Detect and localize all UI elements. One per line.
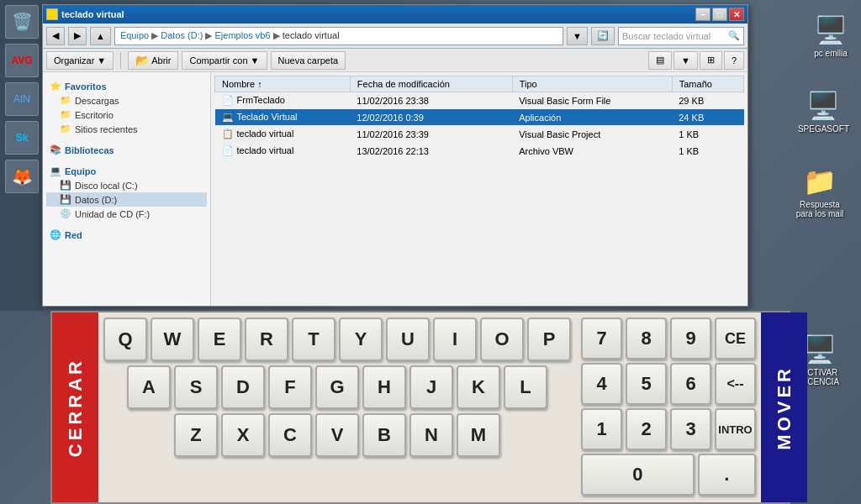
file-table-body: 📄FrmTeclado 11/02/2016 23:38 Visual Basi… [215, 92, 744, 160]
sidebar-header-bibliotecas[interactable]: 📚 Bibliotecas [46, 143, 207, 157]
sidebar-icon-mozilla[interactable]: 🦊 [5, 160, 39, 193]
col-type[interactable]: Tipo [512, 76, 672, 92]
col-date[interactable]: Fecha de modificación [350, 76, 512, 92]
open-button[interactable]: 📂 Abrir [128, 51, 178, 70]
sidebar-header-red[interactable]: 🌐 Red [46, 228, 207, 242]
num-key-intro[interactable]: INTRO [715, 408, 756, 450]
cerrar-button[interactable]: CERRAR [52, 312, 98, 502]
key-v[interactable]: V [315, 413, 359, 457]
descargas-icon: 📁 [60, 95, 71, 106]
key-row-2: A S D F G H J K L [103, 365, 571, 409]
key-w[interactable]: W [151, 318, 194, 361]
key-x[interactable]: X [221, 413, 265, 457]
forward-button[interactable]: ▶ [68, 27, 87, 45]
spegasoft-icon: 🖥️ [805, 87, 842, 124]
sidebar-icon-ain[interactable]: AIN [5, 82, 39, 116]
key-d[interactable]: D [221, 365, 265, 409]
key-m[interactable]: M [457, 413, 500, 457]
refresh-button[interactable]: 🔄 [591, 27, 615, 45]
maximize-button[interactable]: □ [712, 8, 727, 21]
equipo-icon: 💻 [50, 165, 61, 176]
key-c[interactable]: C [268, 413, 312, 457]
sidebar-section-red: 🌐 Red [46, 228, 207, 242]
num-key-5[interactable]: 5 [626, 363, 667, 405]
sidebar-icon-avg[interactable]: AVG [5, 44, 39, 77]
file-date: 11/02/2016 23:38 [350, 92, 512, 109]
key-l[interactable]: L [504, 365, 547, 409]
red-icon: 🌐 [50, 229, 61, 240]
key-p[interactable]: P [527, 318, 571, 361]
mover-button[interactable]: MOVER [761, 312, 807, 502]
up-button[interactable]: ▲ [90, 27, 111, 45]
desktop-icon-spegasoft[interactable]: 🖥️ SPEGASOFT [795, 84, 853, 137]
view-toggle-button[interactable]: ▼ [673, 51, 698, 70]
table-row[interactable]: 📄teclado virtual 13/02/2016 22:13 Archiv… [215, 143, 744, 160]
key-g[interactable]: G [315, 365, 359, 409]
file-size: 1 KB [672, 126, 743, 143]
sidebar-item-descargas[interactable]: 📁 Descargas [46, 93, 207, 108]
back-button[interactable]: ◀ [46, 27, 65, 45]
key-k[interactable]: K [457, 365, 500, 409]
key-i[interactable]: I [433, 318, 477, 361]
search-box[interactable]: Buscar teclado virtual 🔍 [618, 27, 744, 45]
key-y[interactable]: Y [339, 318, 383, 361]
num-key-2[interactable]: 2 [626, 408, 667, 450]
num-key-backspace[interactable]: <-- [715, 363, 756, 405]
key-n[interactable]: N [409, 413, 453, 457]
num-key-0[interactable]: 0 [581, 454, 695, 496]
desktop-icon-pc-emilia[interactable]: 🖥️ pc emilia [809, 8, 853, 61]
breadcrumb[interactable]: Equipo ▶ Datos (D:) ▶ Ejemplos vb6 ▶ tec… [114, 27, 563, 45]
num-key-ce[interactable]: CE [715, 318, 756, 360]
organize-button[interactable]: Organizar ▼ [46, 51, 114, 70]
sidebar-item-escritorio[interactable]: 📁 Escritorio [46, 108, 207, 122]
view-grid-button[interactable]: ▤ [648, 51, 672, 70]
sidebar-header-favoritos[interactable]: ⭐ Favoritos [46, 79, 207, 93]
num-key-dot[interactable]: . [698, 454, 756, 496]
num-key-6[interactable]: 6 [670, 363, 711, 405]
key-t[interactable]: T [292, 318, 335, 361]
key-e[interactable]: E [198, 318, 241, 361]
search-icon[interactable]: 🔍 [728, 30, 740, 41]
address-bar: ◀ ▶ ▲ Equipo ▶ Datos (D:) ▶ Ejemplos vb6… [43, 24, 747, 49]
new-folder-button[interactable]: Nueva carpeta [271, 51, 346, 70]
col-size[interactable]: Tamaño [672, 76, 743, 92]
key-h[interactable]: H [362, 365, 406, 409]
file-date: 13/02/2016 22:13 [350, 143, 512, 160]
table-row[interactable]: 📄FrmTeclado 11/02/2016 23:38 Visual Basi… [215, 92, 744, 109]
num-key-1[interactable]: 1 [581, 408, 622, 450]
num-key-9[interactable]: 9 [670, 318, 711, 360]
sidebar-item-cd-f[interactable]: 💿 Unidad de CD (F:) [46, 207, 207, 221]
sidebar-section-favoritos: ⭐ Favoritos 📁 Descargas 📁 Escritorio 📁 S… [46, 79, 207, 136]
key-r[interactable]: R [245, 318, 288, 361]
close-button[interactable]: ✕ [729, 8, 744, 21]
key-u[interactable]: U [386, 318, 430, 361]
key-q[interactable]: Q [103, 318, 147, 361]
table-row[interactable]: 💻Teclado Virtual 12/02/2016 0:39 Aplicac… [215, 109, 744, 126]
num-key-7[interactable]: 7 [581, 318, 622, 360]
num-key-3[interactable]: 3 [670, 408, 711, 450]
sidebar-icon-sk[interactable]: Sk [5, 121, 39, 155]
desktop-icon-respuesta[interactable]: 📁 Respuesta para los mail [787, 160, 853, 222]
help-button[interactable]: ? [724, 51, 744, 70]
sidebar-item-sitios-recientes[interactable]: 📁 Sitios recientes [46, 122, 207, 136]
col-name[interactable]: Nombre ↑ [215, 76, 351, 92]
key-b[interactable]: B [362, 413, 406, 457]
key-o[interactable]: O [480, 318, 524, 361]
key-j[interactable]: J [409, 365, 453, 409]
sidebar-icon-papelera[interactable]: 🗑️ [5, 5, 39, 39]
respuesta-label: Respuesta para los mail [790, 200, 849, 218]
key-a[interactable]: A [127, 365, 171, 409]
share-button[interactable]: Compartir con ▼ [182, 51, 267, 70]
table-row[interactable]: 📋teclado virtual 11/02/2016 23:39 Visual… [215, 126, 744, 143]
key-z[interactable]: Z [174, 413, 218, 457]
num-key-4[interactable]: 4 [581, 363, 622, 405]
key-s[interactable]: S [174, 365, 218, 409]
pane-toggle-button[interactable]: ⊞ [700, 51, 722, 70]
sidebar-item-disco-c[interactable]: 💾 Disco local (C:) [46, 178, 207, 192]
minimize-button[interactable]: – [695, 8, 710, 21]
sidebar-item-datos-d[interactable]: 💾 Datos (D:) [46, 192, 207, 207]
key-f[interactable]: F [268, 365, 312, 409]
sidebar-header-equipo[interactable]: 💻 Equipo [46, 164, 207, 178]
breadcrumb-dropdown[interactable]: ▼ [567, 27, 588, 45]
num-key-8[interactable]: 8 [626, 318, 667, 360]
